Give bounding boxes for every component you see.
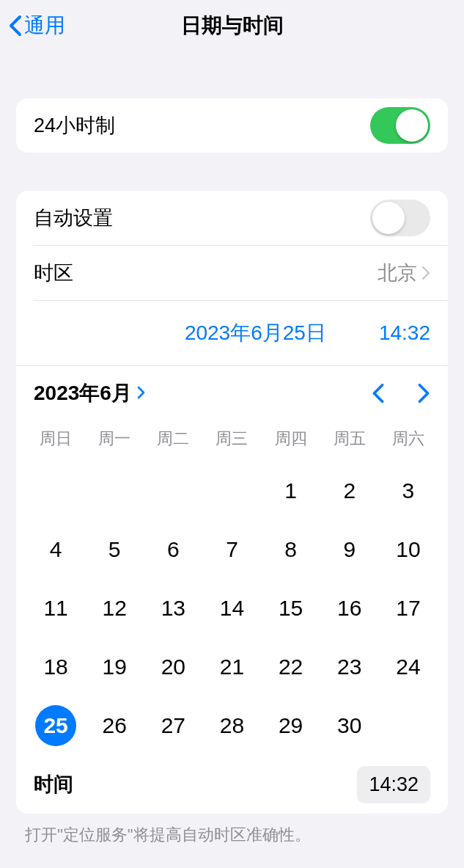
month-year-label: 2023年6月 xyxy=(34,379,132,407)
day-cell[interactable]: 3 xyxy=(379,462,438,520)
day-cell[interactable]: 8 xyxy=(262,520,320,579)
day-cell[interactable]: 9 xyxy=(320,520,379,579)
day-cell[interactable]: 26 xyxy=(85,696,144,755)
chevron-left-icon xyxy=(9,15,22,37)
weekday-header: 周五 xyxy=(320,428,379,450)
selected-time-button[interactable]: 14:32 xyxy=(379,321,430,345)
day-cell[interactable]: 30 xyxy=(320,696,379,755)
label-auto-set: 自动设置 xyxy=(34,205,113,231)
day-cell[interactable]: 20 xyxy=(144,638,202,696)
day-cell[interactable]: 13 xyxy=(144,579,202,638)
day-cell[interactable]: 17 xyxy=(379,579,438,638)
row-time: 时间 14:32 xyxy=(16,755,448,814)
selected-date-button[interactable]: 2023年6月25日 xyxy=(185,319,326,347)
day-cell[interactable]: 2 xyxy=(320,462,379,520)
row-timezone[interactable]: 时区 北京 xyxy=(16,246,448,300)
switch-auto-set[interactable] xyxy=(370,200,430,236)
day-cell[interactable]: 23 xyxy=(320,638,379,696)
day-cell[interactable]: 25 xyxy=(26,696,85,755)
label-timezone: 时区 xyxy=(34,260,73,286)
day-cell-empty xyxy=(26,462,85,520)
back-label: 通用 xyxy=(24,12,65,40)
next-month-button[interactable] xyxy=(417,383,430,404)
chevron-right-icon xyxy=(136,382,145,405)
day-cell-empty xyxy=(202,462,261,520)
weekday-header: 周二 xyxy=(144,428,202,450)
day-cell[interactable]: 14 xyxy=(202,579,261,638)
day-cell[interactable]: 18 xyxy=(26,638,85,696)
prev-month-button[interactable] xyxy=(372,383,385,404)
row-auto-set: 自动设置 xyxy=(16,191,448,245)
day-cell[interactable]: 28 xyxy=(202,696,261,755)
label-time: 时间 xyxy=(34,771,73,798)
day-cell[interactable]: 16 xyxy=(320,579,379,638)
day-cell[interactable]: 27 xyxy=(144,696,202,755)
day-cell[interactable]: 29 xyxy=(262,696,320,755)
day-cell-empty xyxy=(144,462,202,520)
weekday-header: 周六 xyxy=(379,428,438,450)
day-cell[interactable]: 24 xyxy=(379,638,438,696)
row-selected-date-time: 2023年6月25日 14:32 xyxy=(16,301,448,365)
chevron-right-icon xyxy=(421,266,430,280)
label-24-hour: 24小时制 xyxy=(34,112,115,139)
day-cell[interactable]: 22 xyxy=(262,638,320,696)
day-cell[interactable]: 4 xyxy=(26,520,85,579)
day-cell[interactable]: 7 xyxy=(202,520,261,579)
weekday-header: 周四 xyxy=(262,428,320,450)
weekday-header: 周三 xyxy=(202,428,261,450)
weekday-header: 周日 xyxy=(26,428,85,450)
day-cell[interactable]: 12 xyxy=(85,579,144,638)
day-cell[interactable]: 10 xyxy=(379,520,438,579)
row-24-hour: 24小时制 xyxy=(16,98,448,153)
value-timezone: 北京 xyxy=(378,260,417,286)
day-cell[interactable]: 19 xyxy=(85,638,144,696)
back-button[interactable]: 通用 xyxy=(0,12,65,40)
day-cell[interactable]: 5 xyxy=(85,520,144,579)
time-picker-button[interactable]: 14:32 xyxy=(357,766,430,803)
day-cell[interactable]: 6 xyxy=(144,520,202,579)
weekday-header: 周一 xyxy=(85,428,144,450)
switch-thumb xyxy=(396,109,428,142)
day-cell[interactable]: 21 xyxy=(202,638,261,696)
footer-note: 打开"定位服务"将提高自动时区准确性。 xyxy=(0,814,464,846)
day-cell-empty xyxy=(85,462,144,520)
switch-24-hour[interactable] xyxy=(370,107,430,144)
day-cell[interactable]: 15 xyxy=(262,579,320,638)
day-cell[interactable]: 11 xyxy=(26,579,85,638)
page-title: 日期与时间 xyxy=(181,12,284,40)
day-cell[interactable]: 1 xyxy=(262,462,320,520)
switch-thumb xyxy=(372,202,405,234)
month-year-button[interactable]: 2023年6月 xyxy=(34,379,145,407)
